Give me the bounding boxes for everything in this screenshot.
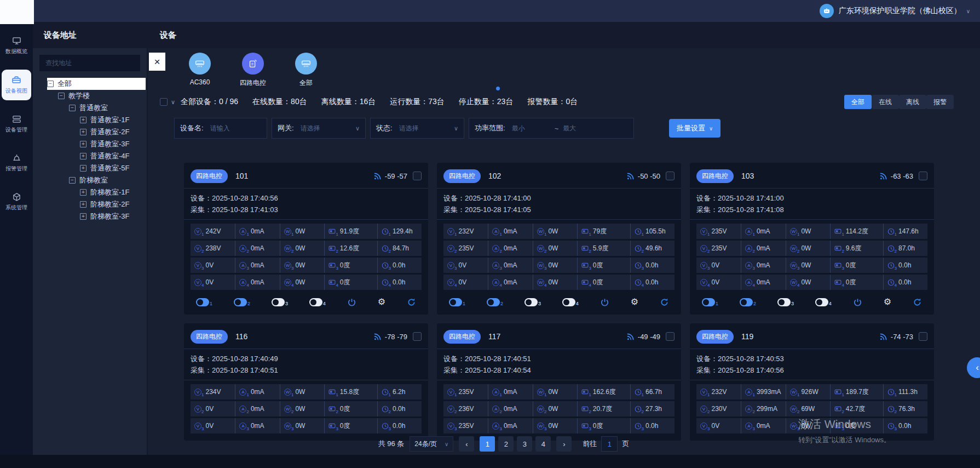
refresh-button[interactable] [913,298,922,307]
tab-在线[interactable]: 在线 [872,95,899,109]
expand-icon[interactable]: + [80,201,87,208]
channel-toggle-4[interactable]: 4 [309,298,326,306]
tab-全部[interactable]: 全部 [844,95,872,109]
collapse-icon[interactable]: − [69,177,76,184]
card-checkbox[interactable] [413,172,422,180]
power-max-input[interactable]: 最大 [563,124,601,133]
status-select[interactable]: 状态: 请选择 ∨ [370,118,464,139]
organization-name[interactable]: 广东环境保护职业学院（佛山校区） [839,6,961,16]
data-row: V40VA40mAW40W40度40.0h [696,275,927,290]
tree-item[interactable]: +阶梯教室-2F [47,198,146,210]
sidebar-item-device-manage[interactable]: 设备管理 [2,109,31,139]
card-checkbox[interactable] [919,332,927,341]
sidebar-item-system-manage[interactable]: 系统管理 [2,187,31,217]
channel-toggle-4[interactable]: 4 [815,298,832,306]
tree-item[interactable]: −教学楼 [47,90,146,102]
expand-icon[interactable]: + [80,141,87,147]
tree-item[interactable]: +普通教室-3F [47,138,146,150]
next-page-button[interactable]: › [556,436,572,452]
power-icon: W [284,279,291,286]
chevron-down-icon[interactable]: ∨ [171,99,175,106]
collapse-icon[interactable]: − [69,105,76,111]
sidebar-item-alarm-manage[interactable]: 报警管理 [2,148,31,178]
timestamps: 设备：2025-10-28 17:41:00采集：2025-10-28 17:4… [443,192,675,215]
power-button[interactable] [600,298,609,307]
tree-item[interactable]: −阶梯教室 [47,174,146,186]
chevron-down-icon[interactable]: ∨ [966,8,970,14]
card-checkbox[interactable] [666,172,675,180]
channel-toggle-1[interactable]: 1 [196,298,212,306]
bulk-settings-button[interactable]: 批量设置 ∨ [669,119,720,138]
data-cell: 29.6度 [830,241,883,256]
tree-item[interactable]: −普通教室 [47,102,146,114]
select-all-checkbox[interactable] [160,98,168,106]
close-icon[interactable]: × [149,53,165,71]
channel-toggle-1[interactable]: 1 [449,298,465,306]
refresh-button[interactable] [660,298,669,307]
card-checkbox[interactable] [666,332,675,341]
current-icon: A [492,262,499,269]
settings-gear-icon[interactable]: ⚙ [884,298,891,306]
channel-toggle-1[interactable]: 1 [702,298,718,306]
card-checkbox[interactable] [413,332,422,341]
prev-page-button[interactable]: ‹ [459,436,474,452]
carousel-dot[interactable] [496,87,500,90]
channel-toggle-3[interactable]: 3 [272,298,288,306]
data-value: 232V [458,227,474,235]
tree-item[interactable]: +普通教室-1F [47,114,146,126]
power-button[interactable] [347,298,356,307]
channel-toggle-2[interactable]: 2 [234,298,250,306]
channel-number: 2 [752,249,754,254]
sidebar-item-device-view[interactable]: 设备视图 [2,70,31,100]
user-avatar-icon[interactable] [820,4,834,18]
power-icon: W [790,389,797,396]
expand-icon[interactable]: + [80,213,87,220]
collapse-icon[interactable]: − [47,81,54,87]
divider [437,380,681,380]
expand-icon[interactable]: + [80,189,87,196]
page-button-3[interactable]: 3 [517,436,532,452]
tree-item[interactable]: +普通教室-2F [47,126,146,138]
power-min-input[interactable]: 最小 [512,124,550,133]
channel-toggle-4[interactable]: 4 [562,298,579,306]
address-search-input[interactable] [39,55,140,71]
page-button-2[interactable]: 2 [498,436,514,452]
expand-icon[interactable]: + [80,165,87,172]
settings-gear-icon[interactable]: ⚙ [631,298,638,306]
data-cell: A10mA [488,384,532,399]
refresh-button[interactable] [407,298,416,307]
channel-number: 4 [707,283,710,288]
tree-item[interactable]: +普通教室-4F [47,150,146,162]
expand-icon[interactable]: + [80,117,87,123]
tree-item[interactable]: +普通教室-5F [47,162,146,174]
tab-报警[interactable]: 报警 [926,95,954,109]
sidebar-item-data-overview[interactable]: 数据概览 [2,31,31,61]
collapse-icon[interactable]: − [58,93,65,99]
gateway-select[interactable]: 网关: 请选择 ∨ [272,118,366,139]
device-type-AC360[interactable]: AC360 [183,53,217,88]
device-type-全部[interactable]: 全部 [289,53,323,88]
data-cell: W20W [786,241,830,256]
tree-item[interactable]: −全部 [47,78,146,90]
expand-icon[interactable]: + [80,129,87,135]
data-cell: V30V [443,258,488,273]
data-cell: A30mA [488,418,532,433]
channel-toggle-3[interactable]: 3 [524,298,541,306]
page-button-1[interactable]: 1 [480,436,495,452]
goto-page-input[interactable]: 1 [601,436,618,452]
channel-toggle-2[interactable]: 2 [740,298,756,306]
data-value: 234V [205,388,221,396]
device-name-input[interactable] [210,124,249,132]
channel-toggle-2[interactable]: 2 [487,298,503,306]
page-button-4[interactable]: 4 [535,436,551,452]
expand-icon[interactable]: + [80,153,87,159]
tree-item[interactable]: +阶梯教室-1F [47,186,146,198]
card-checkbox[interactable] [919,172,927,180]
channel-toggle-3[interactable]: 3 [777,298,794,306]
power-button[interactable] [853,298,862,307]
settings-gear-icon[interactable]: ⚙ [378,298,385,306]
device-type-四路电控[interactable]: 四路电控 [236,53,270,88]
tree-item[interactable]: +阶梯教室-3F [47,210,146,222]
tab-离线[interactable]: 离线 [899,95,926,109]
page-size-select[interactable]: 24条/页 ∨ [410,436,453,452]
